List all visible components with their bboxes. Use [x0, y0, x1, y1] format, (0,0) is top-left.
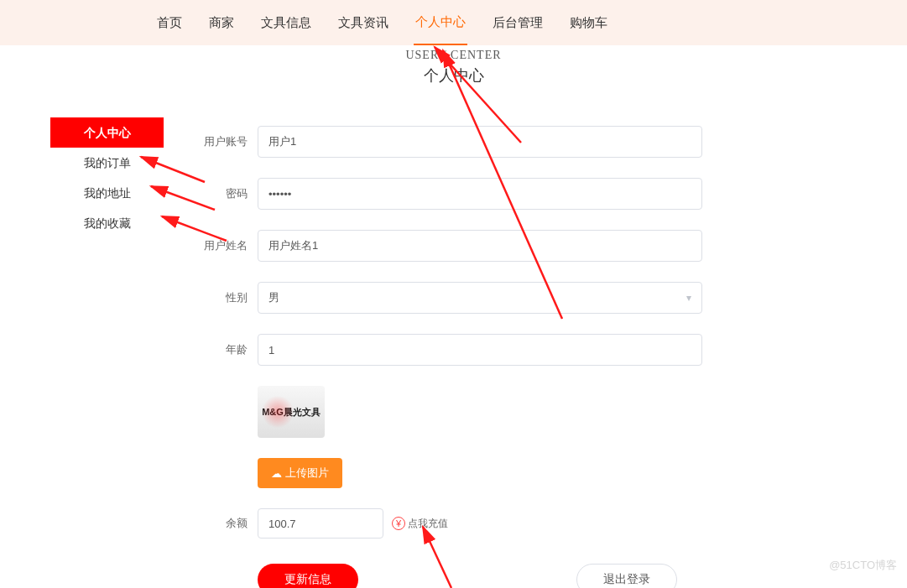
avatar-text: M&G晨光文具 — [262, 406, 321, 419]
nav-products[interactable]: 文具信息 — [259, 2, 313, 44]
gender-select[interactable]: 男 ▾ — [258, 282, 702, 314]
nav-cart[interactable]: 购物车 — [568, 2, 609, 44]
nav-merchant[interactable]: 商家 — [207, 2, 236, 44]
sidebar: 个人中心 我的订单 我的地址 我的收藏 — [50, 117, 164, 588]
nav-admin[interactable]: 后台管理 — [491, 2, 545, 44]
upload-button[interactable]: ☁ 上传图片 — [258, 458, 342, 488]
header-subtitle: USER / CENTER — [50, 49, 857, 62]
nav-home[interactable]: 首页 — [155, 2, 184, 44]
upload-label: 上传图片 — [285, 466, 329, 481]
nav-user-center[interactable]: 个人中心 — [414, 1, 467, 45]
chevron-down-icon: ▾ — [686, 292, 691, 304]
username-label: 用户账号 — [197, 134, 248, 149]
name-label: 用户姓名 — [197, 238, 248, 253]
age-label: 年龄 — [197, 342, 248, 357]
sidebar-item-orders[interactable]: 我的订单 — [50, 148, 164, 178]
password-label: 密码 — [197, 186, 248, 201]
gender-label: 性别 — [197, 290, 248, 305]
balance-input[interactable] — [258, 508, 383, 539]
recharge-link[interactable]: ¥ 点我充值 — [392, 517, 448, 531]
submit-button[interactable]: 更新信息 — [258, 564, 358, 588]
name-input[interactable] — [258, 230, 702, 262]
password-input[interactable] — [258, 178, 702, 210]
watermark: @51CTO博客 — [829, 558, 897, 573]
age-input[interactable] — [258, 334, 702, 366]
page-header: USER / CENTER 个人中心 — [50, 45, 857, 101]
top-nav: 首页 商家 文具信息 文具资讯 个人中心 后台管理 购物车 — [0, 0, 907, 45]
balance-label: 余额 — [197, 516, 248, 531]
username-input[interactable] — [258, 126, 702, 158]
avatar-preview: M&G晨光文具 — [258, 386, 325, 438]
nav-news[interactable]: 文具资讯 — [336, 2, 390, 44]
recharge-text: 点我充值 — [408, 517, 448, 531]
gender-value: 男 — [268, 290, 279, 305]
yen-icon: ¥ — [392, 517, 405, 530]
page-title: 个人中心 — [50, 65, 857, 86]
sidebar-item-profile[interactable]: 个人中心 — [50, 117, 164, 148]
sidebar-item-favorites[interactable]: 我的收藏 — [50, 208, 164, 238]
sidebar-item-address[interactable]: 我的地址 — [50, 178, 164, 208]
cloud-upload-icon: ☁ — [271, 467, 282, 480]
profile-form: 用户账号 密码 用户姓名 性别 男 ▾ 年龄 M&G晨光文具 — [197, 117, 857, 588]
logout-button[interactable]: 退出登录 — [576, 564, 677, 588]
